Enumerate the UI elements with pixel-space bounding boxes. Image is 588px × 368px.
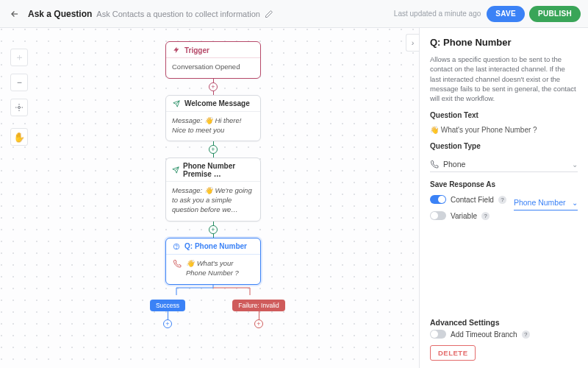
advanced-settings-label: Advanced Settings [430,318,578,327]
contact-field-label: Contact Field [451,196,494,204]
page-title: Ask a Question [28,9,92,19]
phone-icon [430,160,439,169]
save-response-label: Save Response As [430,180,578,188]
bolt-icon [172,46,181,54]
timeout-branch-toggle[interactable] [430,330,446,339]
question-type-select[interactable]: Phone ⌄ [430,157,578,172]
last-updated: Last updated a minute ago [394,10,481,18]
branch-connector [154,285,272,295]
send-icon [172,99,181,108]
timeout-branch-label: Add Timeout Branch [451,330,517,339]
question-icon [172,242,181,251]
node-premise[interactable]: Phone Number Premise … Message: 👋 We're … [165,158,261,221]
node-welcome-body: Message: 👋 Hi there! Nice to meet you [172,116,254,135]
help-icon[interactable]: ? [481,212,490,220]
add-step-button[interactable]: + [209,225,218,234]
help-icon[interactable]: ? [522,330,530,339]
node-trigger[interactable]: Trigger Conversation Opened [165,41,261,79]
edit-title-icon[interactable] [265,10,275,18]
node-welcome[interactable]: Welcome Message Message: 👋 Hi there! Nic… [165,95,261,142]
node-trigger-body: Conversation Opened [172,63,240,72]
inspector-panel: Q: Phone Number Allows a specific questi… [419,28,588,368]
contact-field-select[interactable]: Phone Number ⌄ [514,195,578,210]
header: Ask a Question Ask Contacts a question t… [0,0,588,28]
contact-field-value: Phone Number [514,198,566,207]
help-icon[interactable]: ? [498,196,506,204]
back-button[interactable] [7,7,22,21]
add-step-button[interactable]: + [163,319,172,328]
node-question-title: Q: Phone Number [184,242,247,250]
publish-button[interactable]: PUBLISH [529,6,581,22]
add-step-button[interactable]: + [254,319,263,328]
fit-view-button[interactable] [10,99,28,116]
delete-button[interactable]: DELETE [430,345,476,361]
add-step-button[interactable]: + [209,82,218,91]
question-type-value: Phone [443,160,465,169]
node-question-body: 👋 What's your Phone Number ? [186,259,254,278]
contact-field-toggle[interactable] [430,195,446,204]
workflow-canvas[interactable]: ＋ － ✋ › Trigger Conversation O [0,28,419,368]
variable-toggle[interactable] [430,211,446,220]
branch-success[interactable]: Success [150,300,185,311]
node-premise-title: Phone Number Premise … [183,162,254,178]
node-question[interactable]: Q: Phone Number 👋 What's your Phone Numb… [165,238,261,285]
question-type-label: Question Type [430,142,578,150]
svg-point-0 [18,107,21,109]
node-welcome-title: Welcome Message [184,99,250,107]
variable-label: Variable [451,212,477,220]
chevron-down-icon: ⌄ [572,199,578,207]
question-text-value[interactable]: 👋 What's your Phone Number ? [430,126,578,134]
send-icon [172,166,179,174]
page-subtitle: Ask Contacts a question to collect infor… [96,10,260,18]
panel-description: Allows a specific question to be sent to… [430,54,578,103]
node-premise-body: Message: 👋 We're going to ask you a simp… [172,186,254,214]
question-text-label: Question Text [430,111,578,119]
chevron-down-icon: ⌄ [572,160,578,169]
collapse-panel-button[interactable]: › [406,34,419,52]
zoom-out-button[interactable]: － [10,74,28,91]
panel-title: Q: Phone Number [430,37,578,48]
node-trigger-title: Trigger [184,46,209,54]
zoom-in-button[interactable]: ＋ [10,49,28,66]
pan-tool-button[interactable]: ✋ [10,128,28,146]
phone-icon [172,259,182,278]
branch-failure[interactable]: Failure: Invalid [232,300,284,311]
add-step-button[interactable]: + [209,145,218,154]
svg-point-2 [176,248,177,249]
save-button[interactable]: SAVE [487,6,525,22]
